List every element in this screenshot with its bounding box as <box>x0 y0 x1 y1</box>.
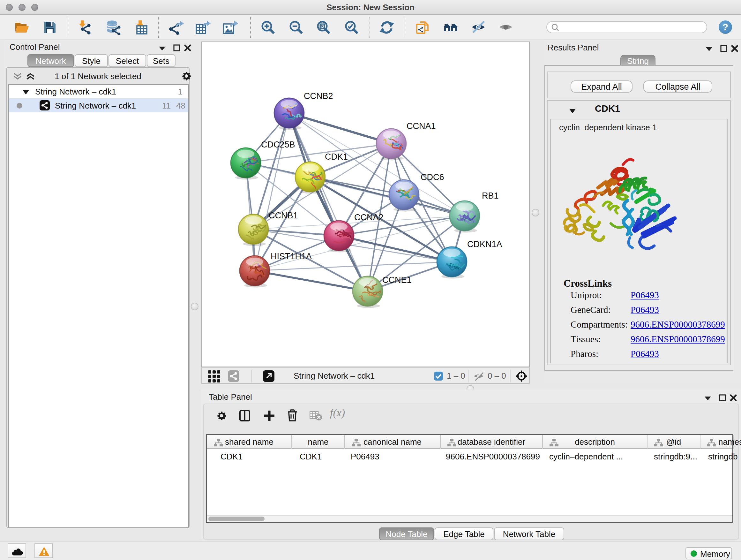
svg-text:CDC6: CDC6 <box>421 172 444 182</box>
svg-text:RB1: RB1 <box>482 191 499 200</box>
svg-text:CDKN1A: CDKN1A <box>467 240 502 249</box>
svg-text:HIST1H1A: HIST1H1A <box>271 252 312 261</box>
svg-text:CCNB2: CCNB2 <box>304 91 333 101</box>
svg-text:CCNA2: CCNA2 <box>354 212 384 222</box>
svg-text:CCNA1: CCNA1 <box>407 121 436 131</box>
svg-text:CDK1: CDK1 <box>325 152 348 162</box>
svg-text:CCNE1: CCNE1 <box>382 275 412 285</box>
svg-text:CDC25B: CDC25B <box>261 140 295 149</box>
svg-text:CCNB1: CCNB1 <box>269 211 298 220</box>
